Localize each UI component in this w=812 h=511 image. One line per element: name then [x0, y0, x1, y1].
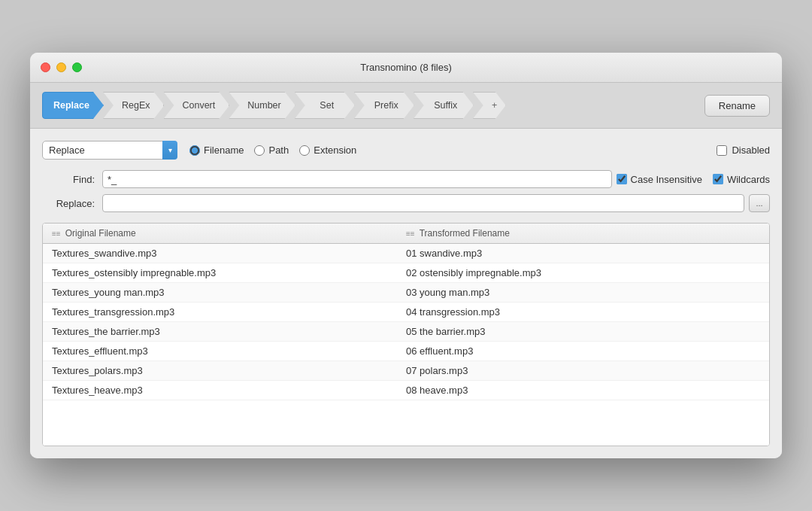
- type-select-wrapper: ReplaceRegExConvertNumberSetPrefixSuffix…: [42, 141, 177, 160]
- scope-path-label[interactable]: Path: [254, 144, 289, 156]
- window-title: Transnomino (8 files): [360, 62, 452, 73]
- pipeline-step-set[interactable]: Set: [295, 92, 355, 119]
- table-row: Textures_the barrier.mp3 05 the barrier.…: [43, 322, 769, 342]
- minimize-button[interactable]: [56, 62, 66, 72]
- original-filename-cell: Textures_heave.mp3: [52, 385, 406, 396]
- scope-radio-group: Filename Path Extension: [189, 144, 356, 156]
- pipeline-step-number[interactable]: Number: [229, 92, 295, 119]
- transformed-filename-cell: 08 heave.mp3: [406, 385, 760, 396]
- transformed-filename-cell: 03 young man.mp3: [406, 287, 760, 298]
- original-filename-cell: Textures_swandive.mp3: [52, 248, 406, 259]
- pipeline-step-replace[interactable]: Replace: [42, 92, 104, 119]
- controls-row: ReplaceRegExConvertNumberSetPrefixSuffix…: [42, 141, 770, 160]
- wildcards-text: Wildcards: [727, 174, 770, 185]
- pipeline-step-add[interactable]: +: [473, 92, 506, 119]
- maximize-button[interactable]: [72, 62, 82, 72]
- table-empty-area: [43, 400, 769, 446]
- disabled-label-text: Disabled: [732, 144, 770, 156]
- traffic-lights: [41, 62, 82, 72]
- table-row: Textures_heave.mp3 08 heave.mp3: [43, 381, 769, 400]
- disabled-checkbox-label[interactable]: Disabled: [717, 144, 770, 156]
- transformed-col-label: Transformed Filename: [420, 228, 510, 239]
- app-window: Transnomino (8 files) ReplaceRegExConver…: [30, 53, 782, 458]
- form-rows: Find: Case Insensitive Wildcards: [42, 170, 770, 212]
- pipeline-step-suffix[interactable]: Suffix: [414, 92, 474, 119]
- close-button[interactable]: [41, 62, 50, 72]
- original-filename-cell: Textures_transgression.mp3: [52, 306, 406, 318]
- files-table: ≡≡ Original Filename ≡≡ Transformed File…: [42, 223, 770, 446]
- pipeline-step-prefix[interactable]: Prefix: [354, 92, 414, 119]
- scope-filename-text: Filename: [204, 144, 244, 156]
- transformed-filename-cell: 07 polars.mp3: [406, 365, 760, 376]
- table-row: Textures_polars.mp3 07 polars.mp3: [43, 361, 769, 381]
- transformed-col-icon: ≡≡: [406, 230, 415, 238]
- original-col-icon: ≡≡: [52, 230, 61, 238]
- original-filename-cell: Textures_ostensibly impregnable.mp3: [52, 267, 406, 278]
- scope-extension-radio[interactable]: [299, 145, 310, 156]
- transformed-filename-cell: 06 effluent.mp3: [406, 345, 760, 357]
- rename-button[interactable]: Rename: [704, 95, 770, 117]
- scope-extension-text: Extension: [314, 144, 356, 156]
- find-label: Find:: [42, 174, 102, 185]
- table-row: Textures_transgression.mp3 04 transgress…: [43, 303, 769, 322]
- case-insensitive-label[interactable]: Case Insensitive: [617, 174, 702, 185]
- transformed-filename-cell: 05 the barrier.mp3: [406, 326, 760, 337]
- titlebar: Transnomino (8 files): [30, 53, 782, 83]
- case-insensitive-checkbox[interactable]: [617, 174, 627, 184]
- original-filename-cell: Textures_the barrier.mp3: [52, 326, 406, 337]
- find-input-wrap: Case Insensitive Wildcards: [102, 170, 770, 188]
- pipeline-step-regex[interactable]: RegEx: [103, 92, 165, 119]
- original-col-label: Original Filename: [65, 228, 136, 239]
- transformed-filename-cell: 04 transgression.mp3: [406, 306, 760, 318]
- table-row: Textures_ostensibly impregnable.mp3 02 o…: [43, 263, 769, 283]
- pipeline-step-convert[interactable]: Convert: [163, 92, 229, 119]
- table-header: ≡≡ Original Filename ≡≡ Transformed File…: [43, 224, 769, 244]
- table-row: Textures_swandive.mp3 01 swandive.mp3: [43, 244, 769, 263]
- table-row: Textures_young man.mp3 03 young man.mp3: [43, 283, 769, 303]
- find-checkboxes: Case Insensitive Wildcards: [617, 174, 770, 185]
- original-filename-cell: Textures_young man.mp3: [52, 287, 406, 298]
- scope-path-radio[interactable]: [254, 145, 265, 156]
- wildcards-checkbox[interactable]: [713, 174, 723, 184]
- scope-path-text: Path: [268, 144, 289, 156]
- replace-input[interactable]: [102, 194, 744, 212]
- replace-input-wrap: ...: [102, 194, 770, 212]
- original-filename-header: ≡≡ Original Filename: [52, 228, 406, 239]
- original-filename-cell: Textures_polars.mp3: [52, 365, 406, 376]
- scope-extension-label[interactable]: Extension: [299, 144, 356, 156]
- dots-button[interactable]: ...: [749, 194, 770, 212]
- transformed-filename-cell: 02 ostensibly impregnable.mp3: [406, 267, 760, 278]
- table-row: Textures_effluent.mp3 06 effluent.mp3: [43, 342, 769, 361]
- find-row: Find: Case Insensitive Wildcards: [42, 170, 770, 188]
- replace-row: Replace: ...: [42, 194, 770, 212]
- replace-label: Replace:: [42, 198, 102, 209]
- find-input[interactable]: [102, 170, 612, 188]
- wildcards-label[interactable]: Wildcards: [713, 174, 770, 185]
- toolbar: ReplaceRegExConvertNumberSetPrefixSuffix…: [30, 83, 782, 129]
- main-content: ReplaceRegExConvertNumberSetPrefixSuffix…: [30, 129, 782, 458]
- original-filename-cell: Textures_effluent.mp3: [52, 345, 406, 357]
- pipeline-steps: ReplaceRegExConvertNumberSetPrefixSuffix…: [42, 92, 692, 119]
- scope-filename-radio[interactable]: [189, 145, 200, 156]
- table-body: Textures_swandive.mp3 01 swandive.mp3 Te…: [43, 244, 769, 400]
- scope-filename-label[interactable]: Filename: [189, 144, 244, 156]
- type-select[interactable]: ReplaceRegExConvertNumberSetPrefixSuffix: [42, 141, 177, 160]
- case-insensitive-text: Case Insensitive: [631, 174, 702, 185]
- disabled-checkbox[interactable]: [717, 145, 727, 156]
- transformed-filename-cell: 01 swandive.mp3: [406, 248, 760, 259]
- transformed-filename-header: ≡≡ Transformed Filename: [406, 228, 760, 239]
